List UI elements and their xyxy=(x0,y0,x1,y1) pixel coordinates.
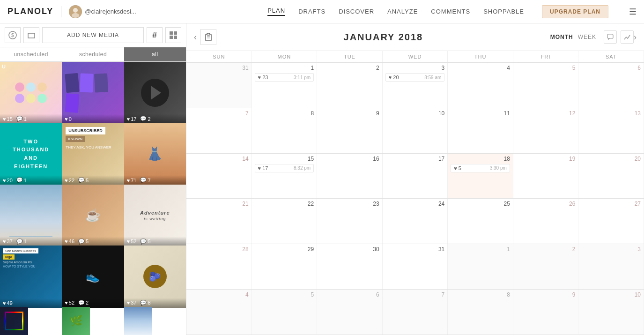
comments-stat: 💬 5 xyxy=(140,238,150,245)
grid-item[interactable]: 🫐 ♥ 37 💬 8 xyxy=(124,246,186,307)
calendar-day[interactable]: 16 xyxy=(317,154,383,199)
top-nav: PLANOLY @clairejenksdesi... PLAN DRAFTS … xyxy=(0,0,644,23)
calendar-day[interactable]: 30 xyxy=(317,244,383,289)
post-time: 3:30 pm xyxy=(490,165,507,171)
calendar-day[interactable]: 21 xyxy=(186,199,252,244)
calendar-day-today[interactable]: 18 ♥ 5 3:30 pm xyxy=(448,154,513,199)
grid-item[interactable]: 👟 ♥ 52 💬 2 xyxy=(62,246,124,307)
view-toggle: MONTH WEEK xyxy=(550,34,596,40)
likes-stat: ♥ 52 xyxy=(127,238,137,244)
clipboard-button[interactable] xyxy=(200,29,216,45)
next-month-button[interactable]: › xyxy=(634,32,637,42)
calendar-day[interactable]: 5 xyxy=(252,290,318,335)
filter-scheduled[interactable]: scheduled xyxy=(62,47,124,61)
calendar-day[interactable]: 25 xyxy=(448,199,513,244)
analytics-icon-button[interactable] xyxy=(621,30,634,44)
calendar-day[interactable]: 14 xyxy=(186,154,252,199)
calendar-day[interactable]: 3 ♥ 20 8:59 am xyxy=(383,63,448,108)
post-indicator[interactable]: ♥ 23 3:11 pm xyxy=(255,73,314,82)
calendar-day[interactable]: 27 xyxy=(578,199,644,244)
calendar-day[interactable]: 31 xyxy=(186,63,252,108)
calendar-day[interactable]: 2 xyxy=(317,63,383,108)
add-media-button[interactable]: ADD NEW MEDIA xyxy=(42,27,144,43)
post-indicator[interactable]: ♥ 17 8:32 pm xyxy=(255,164,314,172)
hashtag-button[interactable]: # xyxy=(147,27,163,43)
calendar-day[interactable]: 31 xyxy=(383,244,448,289)
calendar-day[interactable]: 7 xyxy=(186,108,252,153)
calendar-day[interactable]: 11 xyxy=(448,108,513,153)
calendar-day[interactable]: 20 xyxy=(578,154,644,199)
calendar-day[interactable]: 13 xyxy=(578,108,644,153)
calendar-day[interactable]: 15 ♥ 17 8:32 pm xyxy=(252,154,318,199)
calendar-day[interactable]: 22 xyxy=(252,199,318,244)
calendar-day[interactable]: 4 xyxy=(448,63,513,108)
calendar-day[interactable]: 3 xyxy=(578,244,644,289)
dollar-icon-button[interactable]: $ xyxy=(5,27,21,43)
nav-divider xyxy=(61,6,61,17)
calendar-day[interactable]: 29 xyxy=(252,244,318,289)
nav-discover[interactable]: DISCOVER xyxy=(339,8,374,15)
calendar-day[interactable]: 2 xyxy=(513,244,579,289)
hamburger-menu[interactable]: ☰ xyxy=(629,7,637,17)
calendar-day[interactable]: 6 xyxy=(317,290,383,335)
grid-item[interactable]: ♥ 0 xyxy=(62,62,124,124)
grid-item[interactable]: ♥ 17 💬 2 xyxy=(124,62,186,124)
calendar-day[interactable]: 10 xyxy=(383,108,448,153)
calendar-day[interactable]: 10 xyxy=(578,290,644,335)
grid-item[interactable]: ☕ ♥ 46 💬 5 xyxy=(62,185,124,246)
nav-comments[interactable]: COMMENTS xyxy=(431,8,470,15)
calendar-day[interactable]: 9 xyxy=(513,290,579,335)
calendar-day[interactable]: 9 xyxy=(317,108,383,153)
grid-view-button[interactable] xyxy=(165,27,181,43)
week-view-option[interactable]: WEEK xyxy=(578,34,596,40)
comments-stat: 💬 5 xyxy=(78,177,89,183)
grid-item[interactable]: UNSUBSCRIBED KNOWN THEY ASK, YOU ANSWER … xyxy=(62,123,124,185)
grid-item[interactable]: Adventureis waiting ♥ 52 💬 5 xyxy=(124,185,186,246)
calendar-day[interactable]: 23 xyxy=(317,199,383,244)
likes-stat: ♥ 22 xyxy=(65,178,74,183)
grid-item[interactable]: 🌿 xyxy=(62,307,90,335)
dow-sun: SUN xyxy=(186,51,252,62)
grid-item[interactable] xyxy=(0,307,28,335)
grid-item[interactable]: 👗 ♥ 71 💬 7 xyxy=(124,123,186,185)
calendar-day[interactable]: 28 xyxy=(186,244,252,289)
filter-all[interactable]: all xyxy=(124,47,186,61)
calendar-day[interactable]: 17 xyxy=(383,154,448,199)
calendar-day[interactable]: 7 xyxy=(383,290,448,335)
u-label: U xyxy=(2,64,6,69)
calendar-day[interactable]: 5 xyxy=(513,63,579,108)
nav-plan[interactable]: PLAN xyxy=(267,7,285,16)
post-indicator[interactable]: ♥ 20 8:59 am xyxy=(385,73,445,82)
calendar-day[interactable]: 12 xyxy=(513,108,579,153)
calendar-day[interactable]: 8 xyxy=(252,108,318,153)
grid-item[interactable] xyxy=(124,307,152,335)
nav-analyze[interactable]: ANALYZE xyxy=(387,8,418,15)
calendar-day[interactable]: 8 xyxy=(448,290,513,335)
post-indicator[interactable]: ♥ 5 3:30 pm xyxy=(451,164,510,172)
likes-stat: ♥ 0 xyxy=(65,116,72,122)
square-icon-button[interactable] xyxy=(23,27,39,43)
nav-drafts[interactable]: DRAFTS xyxy=(298,8,326,15)
upgrade-plan-button[interactable]: UPGRADE PLAN xyxy=(542,5,608,18)
chat-icon-button[interactable] xyxy=(604,30,617,44)
month-view-option[interactable]: MONTH xyxy=(550,34,573,40)
grid-item[interactable]: ♥ 37 💬 1 xyxy=(0,185,62,246)
grid-item[interactable]: TWOTHOUSANDANDEIGHTEEN ♥ 20 💬 1 xyxy=(0,123,62,185)
nav-shoppable[interactable]: SHOPPABLE xyxy=(483,8,524,15)
grid-item-overlay: ♥ 15 💬 1 xyxy=(0,114,62,124)
calendar-day[interactable]: 24 xyxy=(383,199,448,244)
calendar-day[interactable]: 1 xyxy=(448,244,513,289)
calendar-day[interactable]: 19 xyxy=(513,154,579,199)
grid-item[interactable]: She Means Business logo Sophia Amoruso #… xyxy=(0,246,62,307)
calendar-day[interactable]: 26 xyxy=(513,199,579,244)
calendar-week: 21 22 23 24 25 26 27 xyxy=(186,199,644,244)
calendar-header-icons xyxy=(604,30,634,44)
filter-unscheduled[interactable]: unscheduled xyxy=(0,47,62,61)
calendar-day[interactable]: 1 ♥ 23 3:11 pm xyxy=(252,63,318,108)
calendar-day[interactable]: 6 xyxy=(578,63,644,108)
calendar-day[interactable]: 4 xyxy=(186,290,252,335)
svg-rect-14 xyxy=(607,34,613,38)
grid-item[interactable]: U ♥ 15 💬 1 xyxy=(0,62,62,124)
prev-month-button[interactable]: ‹ xyxy=(194,32,197,42)
grid-item-overlay: ♥ 49 xyxy=(0,298,62,308)
